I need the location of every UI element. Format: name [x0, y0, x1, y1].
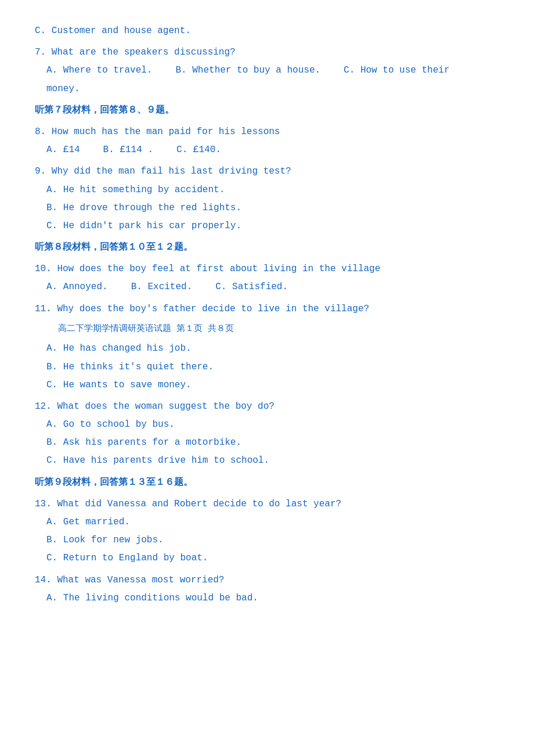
q11-option-b: B. He thinks it's quiet there. [46, 359, 499, 375]
q7-options-row: A. Where to travel. B. Whether to buy a … [46, 63, 499, 78]
q8-option-b: B. £114 . [103, 142, 153, 158]
q13-option-b: B. Look for new jobs. [46, 532, 499, 548]
q8-question: 8. How much has the man paid for his les… [35, 124, 499, 140]
q10-question: 10. How does the boy feel at first about… [35, 261, 499, 277]
q11-option-c: C. He wants to save money. [46, 377, 499, 393]
q10-option-a: A. Annoyed. [46, 279, 108, 295]
page-marker: 高二下学期学情调研英语试题 第１页 共８页 [58, 322, 499, 337]
q10-option-c: C. Satisfied. [215, 279, 288, 295]
q9-option-c: C. He didn't park his car properly. [46, 218, 499, 234]
q7-option-c: C. How to use their [344, 63, 449, 78]
section7-header: 听第７段材料，回答第８、９题。 [35, 103, 499, 118]
q13-question: 13. What did Vanessa and Robert decide t… [35, 496, 499, 512]
q13-option-a: A. Get married. [46, 514, 499, 530]
q14-question: 14. What was Vanessa most worried? [35, 573, 499, 588]
q10-options-row: A. Annoyed. B. Excited. C. Satisfied. [46, 279, 499, 295]
q7-wrap: money. [46, 81, 499, 97]
q8-option-a: A. £14 [46, 142, 80, 158]
c-option: C. Customer and house agent. [35, 23, 499, 39]
q9-question: 9. Why did the man fail his last driving… [35, 164, 499, 179]
q7-option-b: B. Whether to buy a house. [175, 63, 320, 78]
q9-option-a: A. He hit something by accident. [46, 182, 499, 198]
section8-header: 听第８段材料，回答第１０至１２题。 [35, 240, 499, 255]
q14-option-a: A. The living conditions would be bad. [46, 591, 499, 606]
q12-option-a: A. Go to school by bus. [46, 417, 499, 433]
q13-option-c: C. Return to England by boat. [46, 550, 499, 566]
q11-question: 11. Why does the boy's father decide to … [35, 301, 499, 317]
q8-option-c: C. £140. [176, 142, 221, 158]
q7-option-a: A. Where to travel. [46, 63, 152, 78]
section9-header: 听第９段材料，回答第１３至１６题。 [35, 475, 499, 491]
q8-options-row: A. £14 B. £114 . C. £140. [46, 142, 499, 158]
q12-question: 12. What does the woman suggest the boy … [35, 399, 499, 415]
q7-question: 7. What are the speakers discussing? [35, 45, 499, 60]
q12-option-c: C. Have his parents drive him to school. [46, 453, 499, 469]
q11-option-a: A. He has changed his job. [46, 341, 499, 357]
q12-option-b: B. Ask his parents for a motorbike. [46, 435, 499, 451]
q9-option-b: B. He drove through the red lights. [46, 200, 499, 216]
q10-option-b: B. Excited. [131, 279, 193, 295]
